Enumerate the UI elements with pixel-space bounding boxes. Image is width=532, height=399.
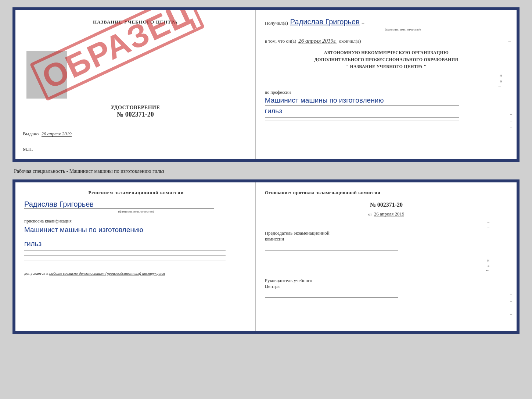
bottom-doc-right: Основание: протокол экзаменационной коми…	[256, 182, 517, 331]
resheniem-title: Решением экзаменационной комиссии	[24, 190, 248, 196]
rukovoditel-line1: Руководитель учебного	[265, 278, 508, 284]
bot-side-dash-3: –	[510, 305, 512, 310]
ot-date: 26 апреля 2019	[374, 211, 405, 217]
bot-side-dash-1: –	[510, 292, 512, 296]
predsedatel-block: Председатель экзаменационной комиссии	[265, 230, 508, 251]
bottom-name-block: Радислав Григорьев (фамилия, имя, отчест…	[24, 200, 248, 213]
bottom-recipient-name: Радислав Григорьев	[24, 200, 214, 209]
middle-caption: Рабочая специальность - Машинист машины …	[12, 168, 520, 174]
bot-dash-arrow: ←	[485, 268, 489, 272]
dopuskaetsya-text: работе согласно должностным (производств…	[49, 271, 165, 275]
ot-label: от	[368, 212, 372, 216]
org-line3: " НАЗВАНИЕ УЧЕБНОГО ЦЕНТРА "	[265, 63, 508, 70]
profession-line1: Машинист машины по изготовлению	[265, 96, 508, 105]
famiya-label-top: (фамилия, имя, отчество)	[298, 28, 508, 31]
dash-label: –	[362, 20, 364, 26]
right-dash-arrow: ←	[498, 84, 502, 88]
dopusk-underline	[24, 277, 237, 277]
po-professii-label: по профессии	[265, 90, 508, 95]
vtom-label: в том, что он(а)	[265, 38, 296, 44]
vydano-label: Выдано	[23, 131, 39, 136]
dopuskaetsya-label: допускается к	[24, 271, 48, 275]
bottom-document: Решением экзаменационной комиссии Радисл…	[12, 179, 520, 334]
right-dash-a: а	[500, 79, 502, 83]
predsedatel-sign-line	[265, 250, 399, 250]
vtom-line: в том, что он(а) 26 апреля 2019г. окончи…	[265, 38, 508, 44]
dopuskaetsya-block: допускается к работе согласно должностны…	[24, 271, 248, 275]
vydano-date: 26 апреля 2019	[42, 131, 72, 137]
kval-line1: Машинист машины по изготовлению	[24, 225, 248, 235]
vtom-date: 26 апреля 2019г.	[298, 38, 337, 44]
kval-line3	[24, 250, 226, 251]
side-dash-3: –	[510, 125, 512, 129]
bot-dash-а: а	[488, 263, 489, 267]
bot-side-dash-2: –	[510, 299, 512, 303]
top-document: НАЗВАНИЕ УЧЕБНОГО ЦЕНТРА ОБРАЗЕЦ УДОСТОВ…	[12, 7, 520, 162]
udostoverenie-block: УДОСТОВЕРЕНИЕ № 002371-20	[111, 105, 160, 118]
kval-line5	[24, 260, 226, 260]
protocol-num: № 002371-20	[265, 202, 508, 208]
ot-date-line: от 26 апреля 2019	[265, 211, 508, 217]
bot-side-dash-4: –	[510, 312, 512, 316]
rukovoditel-sign-line	[265, 298, 399, 298]
poluchil-label: Получил(а)	[265, 20, 288, 26]
osnov-title: Основание: протокол экзаменационной коми…	[265, 190, 508, 196]
bot-dash-right-1: –	[487, 220, 489, 224]
kval-line4	[24, 255, 226, 256]
kval-line2: гильз	[24, 239, 248, 249]
org-line2: ДОПОЛНИТЕЛЬНОГО ПРОФЕССИОНАЛЬНОГО ОБРАЗО…	[265, 56, 508, 63]
kval-separator	[24, 237, 226, 237]
top-doc-right: Получил(а) Радислав Григорьев – (фамилия…	[256, 10, 517, 159]
predsedatel-line1: Председатель экзаменационной	[265, 230, 508, 236]
photo-placeholder	[26, 51, 67, 99]
profession-line2: гильз	[265, 107, 508, 116]
dash-right-1: –	[508, 38, 511, 44]
mp-label: М.П.	[23, 146, 33, 152]
rukovoditel-block: Руководитель учебного Центра	[265, 278, 508, 299]
org-line1: АВТОНОМНУЮ НЕКОММЕРЧЕСКУЮ ОРГАНИЗАЦИЮ	[265, 49, 508, 56]
udostoverenie-title: УДОСТОВЕРЕНИЕ	[111, 105, 160, 111]
prisvoena-label: присвоена квалификация	[24, 218, 248, 224]
rukovoditel-line2: Центра	[265, 284, 508, 289]
udostoverenie-number: № 002371-20	[111, 111, 160, 118]
okoncil-label: окончил(а)	[339, 38, 361, 44]
right-dash-и: и	[500, 73, 502, 77]
side-dash-2: –	[510, 118, 512, 123]
top-doc-left: НАЗВАНИЕ УЧЕБНОГО ЦЕНТРА ОБРАЗЕЦ УДОСТОВ…	[15, 10, 256, 159]
predsedatel-line2: комиссии	[265, 236, 508, 242]
top-center-title: НАЗВАНИЕ УЧЕБНОГО ЦЕНТРА	[93, 19, 178, 25]
bottom-doc-left: Решением экзаменационной комиссии Радисл…	[15, 182, 256, 331]
vydano-line: Выдано 26 апреля 2019	[23, 131, 72, 137]
side-dash-1: –	[510, 112, 512, 116]
bottom-famiya-label: (фамилия, имя, отчество)	[24, 210, 248, 213]
kval-line6	[24, 265, 226, 265]
org-block: АВТОНОМНУЮ НЕКОММЕРЧЕСКУЮ ОРГАНИЗАЦИЮ ДО…	[265, 49, 508, 71]
bot-dash-right-2: –	[487, 225, 489, 229]
recipient-name: Радислав Григорьев	[290, 18, 360, 26]
bot-dash-и: и	[487, 258, 489, 262]
